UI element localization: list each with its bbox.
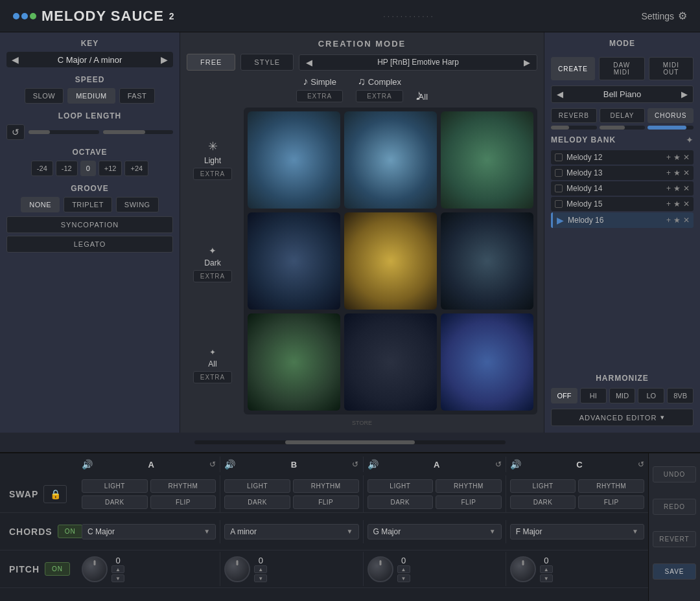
key-next-button[interactable]: ▶ [161, 54, 168, 65]
create-mode-button[interactable]: CREATE [551, 57, 595, 80]
track4-loop-icon[interactable]: ↺ [638, 460, 644, 469]
track2-rhythm-button[interactable]: RHYTHM [293, 479, 359, 493]
octave-plus24-button[interactable]: +24 [124, 161, 148, 176]
track3-flip-button[interactable]: FLIP [436, 495, 502, 509]
preset-next-button[interactable]: ▶ [524, 58, 530, 67]
key-selector[interactable]: ◀ C Major / A minor ▶ [6, 52, 173, 67]
groove-swing-button[interactable]: SWING [116, 197, 159, 212]
preset-prev-button[interactable]: ◀ [306, 58, 312, 67]
chord-selector-2[interactable]: A minor ▼ [224, 524, 358, 539]
free-mode-button[interactable]: FREE [187, 54, 235, 71]
pitch-knob-1[interactable] [82, 556, 108, 582]
groove-none-button[interactable]: NONE [21, 197, 60, 212]
speed-medium-button[interactable]: MEDIUM [67, 88, 115, 104]
daw-midi-button[interactable]: DAW MIDI [599, 57, 645, 80]
pad-bot-right[interactable] [441, 313, 533, 411]
track4-flip-button[interactable]: FLIP [578, 495, 644, 509]
melody-row-13[interactable]: Melody 13 + ★ ✕ [551, 166, 694, 180]
harm-lo-button[interactable]: LO [638, 388, 664, 403]
melody-remove-16[interactable]: ✕ [683, 216, 690, 225]
redo-button[interactable]: REDO [653, 499, 696, 515]
melody-remove-15[interactable]: ✕ [683, 199, 690, 209]
simple-extra-button[interactable]: EXTRA [296, 90, 343, 102]
speed-slow-button[interactable]: SLOW [25, 88, 64, 104]
loop-slider-2[interactable] [103, 130, 174, 134]
pitch-knob-4[interactable] [510, 556, 536, 582]
legato-button[interactable]: LEGATO [6, 236, 173, 253]
pitch-up-3[interactable]: ▲ [397, 565, 410, 573]
melody-star-13[interactable]: ★ [673, 168, 681, 177]
loop-slider-1[interactable] [29, 130, 99, 134]
track1-loop-icon[interactable]: ↺ [209, 460, 216, 469]
melody-add-14[interactable]: + [666, 184, 671, 193]
reverb-slider[interactable] [551, 126, 597, 130]
octave-minus24-button[interactable]: -24 [31, 161, 53, 176]
melody-star-15[interactable]: ★ [673, 199, 681, 209]
chord-selector-1[interactable]: C Major ▼ [82, 524, 216, 539]
harm-hi-button[interactable]: HI [580, 388, 607, 403]
advanced-editor-button[interactable]: ADVANCED EDITOR ▾ [551, 409, 694, 426]
syncopation-button[interactable]: SYNCOPATION [6, 216, 173, 233]
melody-check-13[interactable] [555, 169, 563, 177]
track2-dark-button[interactable]: DARK [224, 495, 290, 509]
instrument-prev-button[interactable]: ◀ [557, 89, 563, 99]
pitch-knob-3[interactable] [368, 556, 393, 582]
track2-light-button[interactable]: LIGHT [224, 479, 290, 493]
reverb-button[interactable]: REVERB [551, 108, 597, 123]
speed-fast-button[interactable]: FAST [119, 88, 156, 104]
pad-top-left[interactable] [248, 111, 340, 209]
revert-button[interactable]: REVERT [653, 531, 696, 547]
melody-remove-12[interactable]: ✕ [683, 153, 690, 162]
track4-dark-button[interactable]: DARK [510, 495, 576, 509]
all-extra-button[interactable]: EXTRA [193, 371, 232, 383]
instrument-selector[interactable]: ◀ Bell Piano ▶ [551, 85, 694, 103]
track1-flip-button[interactable]: FLIP [150, 495, 216, 509]
instrument-next-button[interactable]: ▶ [681, 89, 688, 99]
track3-light-button[interactable]: LIGHT [368, 479, 434, 493]
pad-mid-right[interactable] [441, 212, 533, 310]
pad-mid-middle[interactable] [344, 212, 437, 310]
melody-row-14[interactable]: Melody 14 + ★ ✕ [551, 181, 694, 196]
delay-slider[interactable] [600, 126, 646, 130]
melody-star-14[interactable]: ★ [673, 184, 681, 193]
melody-check-12[interactable] [555, 153, 563, 161]
delay-button[interactable]: DELAY [600, 108, 646, 123]
pitch-down-3[interactable]: ▼ [397, 574, 410, 582]
pitch-down-2[interactable]: ▼ [254, 574, 267, 582]
melody-star-16[interactable]: ★ [673, 216, 681, 225]
track1-rhythm-button[interactable]: RHYTHM [150, 479, 216, 493]
settings-button[interactable]: Settings ⚙ [641, 10, 687, 22]
chorus-button[interactable]: CHORUS [648, 108, 694, 123]
melody-row-15[interactable]: Melody 15 + ★ ✕ [551, 197, 694, 211]
track4-light-button[interactable]: LIGHT [510, 479, 576, 493]
melody-remove-14[interactable]: ✕ [683, 184, 690, 193]
complex-extra-button[interactable]: EXTRA [356, 90, 402, 102]
pitch-knob-2[interactable] [224, 556, 250, 582]
chord-selector-4[interactable]: F Major ▼ [510, 524, 644, 539]
pad-bot-middle[interactable] [344, 313, 437, 411]
pad-bot-left[interactable] [248, 313, 340, 411]
melody-check-15[interactable] [555, 200, 563, 208]
pitch-down-4[interactable]: ▼ [540, 574, 553, 582]
octave-plus12-button[interactable]: +12 [99, 161, 122, 176]
track3-dark-button[interactable]: DARK [368, 495, 434, 509]
key-prev-button[interactable]: ◀ [12, 54, 19, 65]
melody-remove-13[interactable]: ✕ [683, 168, 690, 177]
pad-mid-left[interactable] [248, 212, 340, 310]
midi-out-button[interactable]: MIDI OUT [649, 57, 694, 80]
light-extra-button[interactable]: EXTRA [193, 168, 232, 180]
pitch-up-2[interactable]: ▲ [254, 565, 267, 573]
harm-8vb-button[interactable]: 8VB [667, 388, 694, 403]
pitch-up-4[interactable]: ▲ [540, 565, 553, 573]
scroll-track[interactable] [194, 440, 506, 444]
track1-dark-button[interactable]: DARK [82, 495, 148, 509]
melody-add-12[interactable]: + [666, 153, 671, 162]
pad-top-right[interactable] [441, 111, 533, 209]
melody-play-16[interactable]: ▶ [557, 215, 564, 225]
track1-light-button[interactable]: LIGHT [82, 479, 148, 493]
save-button[interactable]: SAVE [653, 563, 696, 580]
track4-rhythm-button[interactable]: RHYTHM [578, 479, 644, 493]
loop-back-button[interactable]: ↺ [6, 124, 25, 140]
melody-row-12[interactable]: Melody 12 + ★ ✕ [551, 150, 694, 164]
swap-lock-button[interactable]: 🔒 [43, 485, 67, 503]
